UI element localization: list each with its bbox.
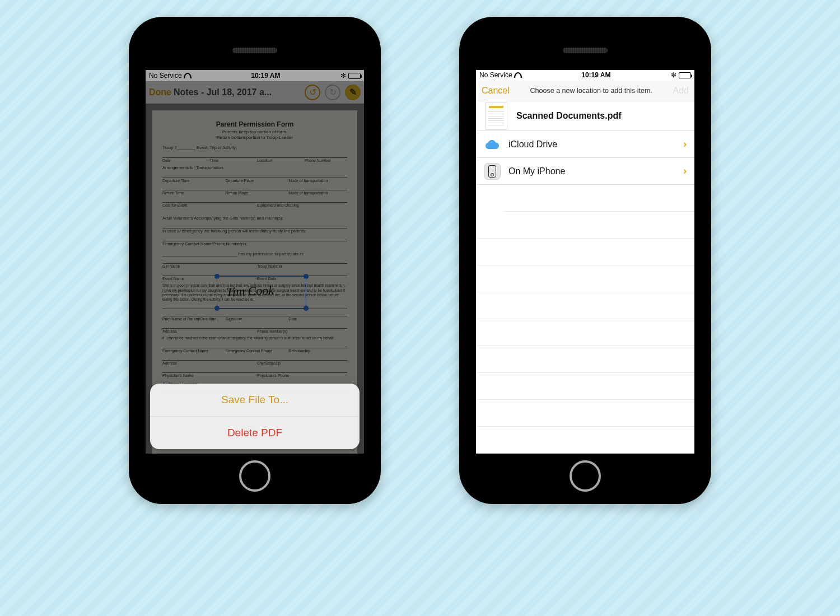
action-sheet: Save File To... Delete PDF <box>150 384 360 449</box>
wifi-icon <box>515 72 521 78</box>
carrier-label: No Service <box>479 71 512 79</box>
battery-icon <box>348 73 361 79</box>
screen-right: No Service 10:19 AM ✻ Cancel Choose a ne… <box>476 70 694 454</box>
markup-button[interactable]: ✎ <box>345 85 361 100</box>
chevron-right-icon: › <box>683 138 687 150</box>
nav-bar: Cancel Choose a new location to add this… <box>476 81 694 102</box>
phone-speaker <box>563 48 608 53</box>
add-button-disabled: Add <box>673 86 689 96</box>
chevron-right-icon: › <box>683 165 687 177</box>
iphone-icon <box>484 163 501 180</box>
clock-label: 10:19 AM <box>251 72 280 80</box>
list-item <box>476 212 694 239</box>
clock-label: 10:19 AM <box>581 71 610 79</box>
list-item <box>476 427 694 454</box>
doc-troop: Troop #________ Event, Trip or Activity: <box>162 145 347 151</box>
file-header: Scanned Documents.pdf <box>476 101 694 131</box>
doc-row1: DateTime LocationPhone Number <box>162 158 347 163</box>
list-item <box>476 400 694 427</box>
list-item <box>476 239 694 265</box>
page-title: Notes - Jul 18, 2017 a... <box>174 87 300 97</box>
list-item <box>476 265 694 292</box>
save-file-to-option[interactable]: Save File To... <box>150 384 360 417</box>
status-bar: No Service 10:19 AM ✻ <box>146 70 364 81</box>
bluetooth-icon: ✻ <box>671 71 676 79</box>
doc-arr: Arrangements for Transportation: <box>162 165 347 171</box>
phone-speaker <box>232 48 277 53</box>
icloud-icon <box>484 136 501 153</box>
phone-device-left: No Service 10:19 AM ✻ Done Notes - Jul 1… <box>129 17 381 504</box>
cancel-button[interactable]: Cancel <box>482 86 510 96</box>
phone-device-right: No Service 10:19 AM ✻ Cancel Choose a ne… <box>459 17 711 504</box>
signature-text: Tim Cook <box>226 283 274 301</box>
list-item <box>503 185 694 212</box>
list-item <box>476 346 694 373</box>
redo-button[interactable]: ↻ <box>325 85 340 100</box>
done-button[interactable]: Done <box>149 87 171 97</box>
doc-heading: Parent Permission Form <box>162 120 347 129</box>
doc-sub1: Parents keep top portion of form. <box>162 129 347 135</box>
bluetooth-icon: ✻ <box>340 72 346 80</box>
nav-bar: Done Notes - Jul 18, 2017 a... ↺ ↻ ✎ <box>146 81 364 104</box>
delete-pdf-option[interactable]: Delete PDF <box>150 417 360 449</box>
home-button[interactable] <box>239 460 270 492</box>
wifi-icon <box>184 73 191 78</box>
list-item <box>476 373 694 400</box>
location-prompt: Choose a new location to add this item. <box>510 87 673 95</box>
location-label: On My iPhone <box>508 166 675 176</box>
location-on-my-iphone[interactable]: On My iPhone › <box>476 158 694 185</box>
battery-icon <box>679 72 691 78</box>
location-icloud-drive[interactable]: iCloud Drive › <box>476 131 694 158</box>
file-thumbnail-icon <box>485 102 507 130</box>
screen-left: No Service 10:19 AM ✻ Done Notes - Jul 1… <box>146 70 364 454</box>
home-button[interactable] <box>570 460 601 492</box>
status-bar: No Service 10:19 AM ✻ <box>476 70 694 81</box>
list-item <box>476 319 694 346</box>
location-list: iCloud Drive › On My iPhone › <box>476 131 694 454</box>
file-name: Scanned Documents.pdf <box>516 111 622 121</box>
undo-button[interactable]: ↺ <box>305 85 320 100</box>
signature-selection[interactable]: Tim Cook <box>217 276 306 309</box>
location-label: iCloud Drive <box>508 139 675 150</box>
doc-sub2: Return bottom portion to Troop Leader <box>162 135 347 141</box>
list-item <box>476 292 694 319</box>
carrier-label: No Service <box>149 72 182 80</box>
